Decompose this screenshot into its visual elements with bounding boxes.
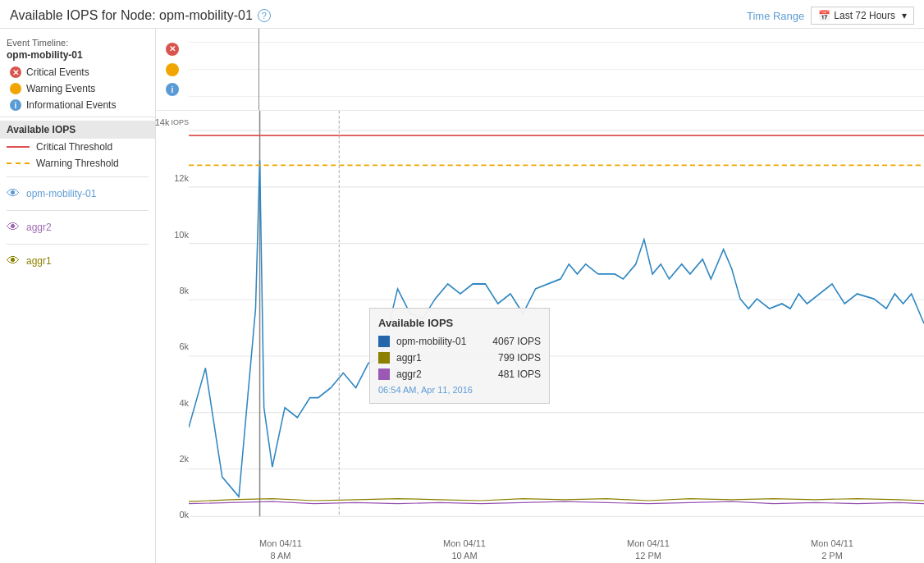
y-label-14k: 14k bbox=[155, 117, 170, 127]
event-timeline-name: opm-mobility-01 bbox=[0, 49, 155, 64]
chevron-down-icon: ▾ bbox=[902, 10, 907, 21]
series-divider-2 bbox=[7, 210, 149, 211]
y-unit: IOPS bbox=[171, 118, 189, 126]
help-icon[interactable]: ? bbox=[258, 9, 271, 22]
critical-events-icon: ✕ bbox=[10, 66, 21, 78]
info-events-label: Informational Events bbox=[26, 99, 116, 111]
main-chart-svg bbox=[189, 111, 924, 536]
y-label-8k: 8k bbox=[179, 286, 189, 295]
critical-threshold-label: Critical Threshold bbox=[36, 141, 112, 153]
x-label-2: Mon 04/11 10 AM bbox=[443, 538, 486, 561]
sidebar: Event Timeline: opm-mobility-01 ✕ Critic… bbox=[0, 29, 156, 563]
x-label-3: Mon 04/11 12 PM bbox=[627, 538, 670, 561]
series-label-opm: opm-mobility-01 bbox=[26, 188, 96, 199]
sidebar-item-info-events[interactable]: i Informational Events bbox=[0, 97, 155, 113]
event-timeline-label: Event Timeline: bbox=[0, 34, 155, 49]
chart-svg-wrapper: Available IOPS opm-mobility-01 4067 IOPS… bbox=[189, 111, 924, 536]
x-label-4: Mon 04/11 2 PM bbox=[811, 538, 853, 561]
chart-area: ✕ i bbox=[156, 29, 924, 563]
available-iops-header: Available IOPS bbox=[0, 121, 155, 139]
divider-1 bbox=[0, 117, 155, 117]
critical-threshold-line bbox=[7, 146, 30, 148]
y-label-6k: 6k bbox=[179, 341, 189, 351]
series-label-aggr2: aggr2 bbox=[26, 222, 52, 233]
series-line-aggr1 bbox=[189, 499, 924, 502]
y-label-10k: 10k bbox=[174, 230, 189, 240]
chart-warning-icon bbox=[166, 63, 179, 76]
info-events-icon: i bbox=[10, 99, 21, 111]
chart-critical-icon: ✕ bbox=[166, 43, 179, 56]
warning-threshold-line bbox=[7, 162, 30, 164]
eye-icon-olive: 👁 bbox=[7, 254, 20, 268]
eye-icon-purple: 👁 bbox=[7, 220, 20, 235]
time-range-label: Time Range bbox=[747, 10, 804, 22]
series-divider bbox=[7, 176, 149, 177]
y-label-12k: 12k bbox=[174, 173, 189, 183]
series-line-opm bbox=[189, 160, 924, 497]
page-title: Available IOPS for Node: opm-mobility-01… bbox=[10, 8, 271, 23]
warning-events-icon bbox=[10, 83, 21, 94]
y-label-0k: 0k bbox=[179, 510, 189, 520]
y-label-4k: 4k bbox=[179, 398, 189, 408]
critical-threshold-item: Critical Threshold bbox=[0, 139, 155, 155]
x-label-1: Mon 04/11 8 AM bbox=[259, 538, 302, 561]
chart-info-icon: i bbox=[166, 83, 179, 96]
calendar-icon: 📅 bbox=[818, 10, 830, 21]
x-axis-labels: Mon 04/11 8 AM Mon 04/11 10 AM Mon 04/11… bbox=[156, 536, 924, 563]
series-line-aggr2 bbox=[189, 501, 924, 503]
series-item-opm-mobility[interactable]: 👁 opm-mobility-01 bbox=[0, 182, 155, 205]
series-item-aggr1[interactable]: 👁 aggr1 bbox=[0, 249, 155, 272]
eye-icon-blue: 👁 bbox=[7, 186, 20, 201]
time-range-section: Time Range 📅 Last 72 Hours ▾ bbox=[747, 7, 914, 25]
critical-events-label: Critical Events bbox=[26, 66, 89, 78]
warning-events-label: Warning Events bbox=[26, 83, 95, 94]
time-range-dropdown[interactable]: 📅 Last 72 Hours ▾ bbox=[811, 7, 914, 25]
y-label-2k: 2k bbox=[179, 454, 189, 464]
series-label-aggr1: aggr1 bbox=[26, 255, 52, 267]
series-item-aggr2[interactable]: 👁 aggr2 bbox=[0, 216, 155, 239]
warning-threshold-label: Warning Threshold bbox=[36, 158, 119, 169]
warning-threshold-item: Warning Threshold bbox=[0, 155, 155, 172]
series-divider-3 bbox=[7, 244, 149, 245]
sidebar-item-warning-events[interactable]: Warning Events bbox=[0, 80, 155, 97]
sidebar-item-critical-events[interactable]: ✕ Critical Events bbox=[0, 64, 155, 80]
